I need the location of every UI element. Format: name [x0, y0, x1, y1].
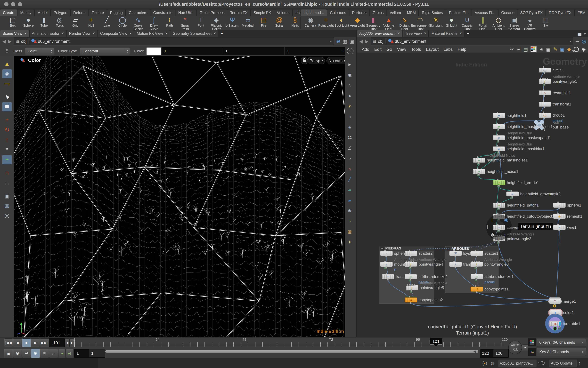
menu-layout[interactable]: Layout	[426, 47, 439, 52]
box-snap-tool[interactable]: ▭	[2, 79, 12, 88]
follow-path-icon[interactable]: ⇥	[575, 39, 579, 44]
playhead[interactable]: 101	[429, 338, 442, 345]
wireframe-icon[interactable]: ◈	[346, 124, 353, 131]
shelf-tab-grains[interactable]: Grains	[370, 9, 387, 16]
shelf-tab-deform[interactable]: Deform	[70, 9, 89, 16]
shelf-tool-sw-truncated[interactable]: ▥Sw	[538, 16, 553, 27]
maximize-pane-icon[interactable]: ▣	[350, 39, 354, 44]
shelf-tab-model[interactable]: Model	[35, 9, 51, 16]
frame-count-label[interactable]: 12	[346, 134, 353, 141]
shelf-tool-distant-light[interactable]: ⇘Distant Light	[397, 16, 412, 31]
close-icon[interactable]: ×	[25, 30, 27, 37]
viewport-canvas[interactable]	[14, 56, 345, 337]
breadcrumb-node[interactable]: d05_environment	[38, 39, 69, 44]
close-icon[interactable]: ×	[165, 30, 168, 37]
prev-key-button[interactable]: ◀|	[65, 339, 70, 347]
close-icon[interactable]: ×	[129, 30, 131, 37]
persp-view-menu[interactable]: Persp▾	[308, 57, 325, 64]
camera-menu[interactable]: No cam▾	[327, 57, 347, 64]
new-tab-button[interactable]: +	[465, 30, 472, 37]
shelf-tool-null[interactable]: +Null	[83, 16, 99, 27]
layer-a-icon[interactable]: ▰	[346, 186, 353, 193]
brush-icon[interactable]: ╱	[346, 176, 353, 183]
shelf-tool-sphere[interactable]: ●Sphere	[21, 16, 36, 27]
shelf-tool-camera[interactable]: ◉Camera	[302, 16, 318, 27]
breadcrumb[interactable]: ▦ obj d05_environment ▾	[14, 37, 334, 45]
panel-icon[interactable]: ▣	[546, 47, 551, 52]
shelf-tool-circle[interactable]: ◯Circle	[115, 16, 130, 27]
param-handle-icon[interactable]: ⠿	[5, 48, 8, 54]
shelf-tab-texture[interactable]: Texture	[89, 9, 107, 16]
pane-tab-material-palette[interactable]: Material Palette×	[429, 30, 464, 37]
snap-magnet-tool[interactable]: ∩	[2, 168, 12, 177]
shelf-tab-dop-pyro-fx[interactable]: DOP Pyro FX	[546, 9, 574, 16]
shelf-tool-stereo-camera[interactable]: ▣Stereo Camera	[506, 16, 522, 31]
pane-layout-icon[interactable]: ▦	[343, 39, 347, 44]
shelf-tool-vr-camera[interactable]: ◒VR Camera	[522, 16, 538, 31]
thumbnails-icon[interactable]: ⊞	[539, 47, 543, 52]
archive-icon[interactable]: ◆	[567, 47, 571, 52]
shelf-tab-constraints[interactable]: Constraints	[150, 9, 175, 16]
shelf-tool-ambient-light[interactable]: ◍Ambient Light	[491, 16, 506, 31]
shelf-tab-guide-process[interactable]: Guide Process	[197, 9, 227, 16]
shelf-tab-oceans[interactable]: Oceans	[498, 9, 517, 16]
construction-plane-tool[interactable]: ◈	[2, 69, 12, 78]
jump-to-end-button[interactable]: ▶▶|	[40, 339, 49, 347]
play-button[interactable]: ▶	[31, 339, 40, 347]
path-dropdown-icon[interactable]: ▾	[330, 39, 332, 43]
color-g-field[interactable]: 1	[223, 47, 284, 55]
menu-edit[interactable]: Edit	[374, 47, 382, 52]
search-icon[interactable]	[574, 47, 579, 52]
shelf-tool-gi-light[interactable]: ●GI Light	[444, 16, 459, 27]
close-icon[interactable]: ×	[460, 30, 462, 37]
ruler-icon[interactable]: ∠	[346, 145, 353, 152]
close-icon[interactable]: ×	[93, 30, 95, 37]
range-end2-field[interactable]: 120	[493, 349, 509, 358]
pane-tab-animation-editor[interactable]: Animation Editor×	[29, 30, 66, 37]
columns-icon[interactable]: ▤	[523, 47, 528, 52]
shelf-tab-fem[interactable]: FEM	[575, 9, 588, 16]
pane-tab-obj-d05-environment[interactable]: /obj/d05_environment×	[357, 30, 402, 37]
point-normals-icon[interactable]: ∵	[342, 49, 345, 54]
pane-tab-composite-view[interactable]: Composite View×	[98, 30, 134, 37]
shelf-tab-collisions[interactable]: Collisions	[327, 9, 349, 16]
shelf-tool-torus[interactable]: ◎Torus	[52, 16, 68, 27]
shelf-tool-spot-light[interactable]: ◐Spot Light	[334, 16, 350, 27]
select-tool[interactable]: ►	[2, 92, 12, 101]
freeze-flag-icon[interactable]: ❄	[490, 232, 495, 238]
keys-info-box[interactable]: 0 keys, 0/0 channels▲	[537, 338, 586, 346]
color-r-field[interactable]: 1	[162, 47, 223, 55]
menu-labs[interactable]: Labs	[443, 47, 453, 52]
shelf-tool-grid[interactable]: ▱Grid	[68, 16, 83, 27]
shelf-tool-l-system[interactable]: ΨL-System	[224, 16, 240, 27]
menu-add[interactable]: Add	[362, 47, 369, 52]
tree-icon[interactable]: ⊟	[516, 47, 521, 52]
color-type-select[interactable]: Constant ▴▾	[80, 47, 130, 55]
shelf-tool-path[interactable]: ≀Path	[162, 16, 177, 27]
shelf-tab-particle-fl[interactable]: Particle Fl...	[446, 9, 472, 16]
color-b-field[interactable]: 1	[285, 47, 345, 55]
jump-to-start-button[interactable]: |◀◀	[4, 339, 13, 347]
output-flag-icon[interactable]: ↑	[504, 232, 506, 238]
shelf-tool-geometry-light[interactable]: ▮Geometry Light	[365, 16, 381, 31]
snowflake-icon[interactable]: ❄	[346, 207, 353, 214]
shelf-tool-spray-paint[interactable]: *Spray Paint	[177, 16, 193, 31]
joint-tool[interactable]: *	[2, 145, 12, 154]
shelf-tab-volume[interactable]: Volume	[274, 9, 292, 16]
shade-mode-icon[interactable]: ●	[346, 92, 353, 99]
shelf-tool-environment-light[interactable]: ◠Environment Light	[412, 16, 428, 31]
current-frame-field[interactable]: 101	[49, 339, 65, 347]
shelf-tool-portal-light[interactable]: ∥Portal Light	[475, 16, 491, 31]
range-end-button[interactable]: ▶|	[66, 349, 73, 358]
shelf-tab-vellum[interactable]: Vellum	[387, 9, 404, 16]
pane-tab-motion-fx-view[interactable]: Motion FX View×	[134, 30, 170, 37]
shelf-tool-metaball[interactable]: ∞Metaball	[240, 16, 256, 27]
shelf-tab-modify[interactable]: Modify	[17, 9, 34, 16]
snap-points-tool[interactable]: ∩	[2, 178, 12, 187]
shelf-tab-simple-fx[interactable]: Simple FX	[251, 9, 274, 16]
info-flag-icon[interactable]: i	[487, 224, 488, 230]
secure-selection-lock[interactable]	[2, 102, 12, 111]
shelf-tab-sop-pyro-fx[interactable]: SOP Pyro FX	[517, 9, 546, 16]
update-mode-stepper[interactable]: ▴▾	[577, 359, 580, 367]
shelf-tab-polygon[interactable]: Polygon	[51, 9, 70, 16]
